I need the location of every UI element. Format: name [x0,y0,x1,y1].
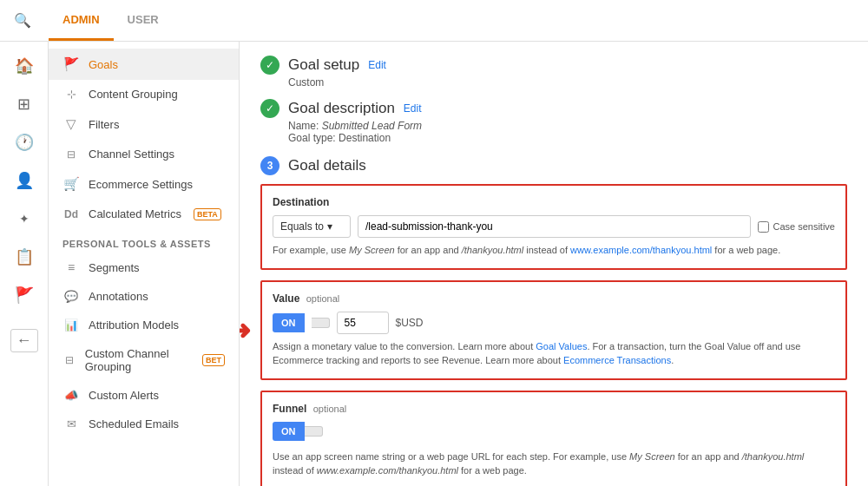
sidebar-segments-label: Segments [89,261,140,274]
search-icon[interactable]: 🔍 [14,12,31,29]
sidebar-item-channel-settings[interactable]: ⊟ Channel Settings [49,140,239,168]
goal-details-title: Goal details [288,157,366,174]
sidebar-custom-channel-grouping-label: Custom Channel Grouping [85,347,190,373]
type-label: Goal type: [288,132,336,144]
type-value: Destination [339,132,391,144]
sidebar-item-custom-channel-grouping[interactable]: ⊟ Custom Channel Grouping BET [49,339,239,381]
funnel-optional-label: optional [313,404,347,414]
beta-badge: BETA [194,208,221,220]
value-section-name: Value optional [273,292,835,305]
sidebar-item-attribution-models[interactable]: 📊 Attribution Models [49,311,239,339]
value-hint: Assign a monetary value to the conversio… [273,339,835,368]
custom-channel-grouping-icon: ⊟ [62,354,76,366]
goal-description-edit-link[interactable]: Edit [404,102,422,115]
tools-icon-btn[interactable]: ✦ [7,201,42,236]
sidebar-channel-settings-label: Channel Settings [89,148,174,161]
personal-tools-section-label: PERSONAL TOOLS & ASSETS [49,228,239,253]
value-optional-label: optional [306,293,340,304]
channel-settings-icon: ⊟ [62,148,80,161]
currency-label: $USD [396,317,424,329]
goal-description-title: Goal description [288,100,395,117]
custom-alerts-icon: 📣 [62,389,80,402]
funnel-section-name: Funnel optional [273,403,835,415]
admin-tab[interactable]: ADMIN [49,1,114,41]
goal-values-link[interactable]: Goal Values [536,341,587,351]
person-icon: 👤 [15,171,34,190]
sidebar-item-scheduled-emails[interactable]: ✉ Scheduled Emails [49,410,239,438]
goal-description-type: Goal type: Destination [288,132,847,144]
home-icon: 🏠 [15,56,34,76]
filters-icon: ▽ [62,116,80,132]
goal-setup-check: ✓ [260,56,279,75]
dashboard-icon-btn[interactable]: ⊞ [7,87,42,122]
bet-badge: BET [202,354,225,366]
sidebar-scheduled-emails-label: Scheduled Emails [89,417,179,430]
red-arrow-icon: ➜ [240,315,251,345]
goal-description-section: ✓ Goal description Edit Name: Submitted … [260,99,847,144]
value-toggle-on-button[interactable]: ON [273,313,305,332]
value-box: Value optional ON $USD Assign a monetary… [260,280,847,380]
dashboard-icon: ⊞ [17,95,30,114]
destination-url-input[interactable] [358,215,751,238]
user-tab[interactable]: USER [114,1,173,41]
report-icon-btn[interactable]: 📋 [7,240,42,274]
example-link[interactable]: www.example.com/thankyou.html [570,245,712,255]
sidebar-item-filters[interactable]: ▽ Filters [49,108,239,140]
equals-to-label: Equals to [280,220,324,233]
value-amount-input[interactable] [337,312,389,334]
value-toggle-off-part[interactable] [312,318,330,328]
clock-icon: 🕐 [15,133,34,152]
sidebar-goals-label: Goals [89,58,118,71]
clock-icon-btn[interactable]: 🕐 [7,125,42,160]
destination-hint: For example, use My Screen for an app an… [273,243,835,258]
ecommerce-transactions-link[interactable]: Ecommerce Transactions [563,355,671,365]
flag-icon-btn[interactable]: 🚩 [7,278,42,312]
sidebar-item-ecommerce-settings[interactable]: 🛒 Ecommerce Settings [49,168,239,200]
attribution-models-icon: 📊 [62,319,80,332]
value-section-wrapper: ➜ Value optional ON $USD Assign a moneta… [260,280,847,380]
annotations-icon: 💬 [62,290,80,303]
sidebar-item-custom-alerts[interactable]: 📣 Custom Alerts [49,381,239,410]
goal-setup-edit-link[interactable]: Edit [368,59,386,71]
funnel-hint: Use an app screen name string or a web p… [273,450,835,478]
goal-setup-section: ✓ Goal setup Edit Custom [260,56,847,89]
sidebar-content-grouping-label: Content Grouping [89,88,178,101]
case-sensitive-text: Case sensitive [773,221,835,232]
sidebar-item-segments[interactable]: ≡ Segments [49,253,239,282]
back-button[interactable]: ← [7,323,42,358]
goal-description-name: Name: Submitted Lead Form [288,120,847,132]
sidebar-ecommerce-settings-label: Ecommerce Settings [89,178,193,191]
sidebar-attribution-models-label: Attribution Models [89,319,179,332]
sidebar-item-annotations[interactable]: 💬 Annotations [49,282,239,311]
flag-icon: 🚩 [15,286,34,305]
sidebar-item-content-grouping[interactable]: ⊹ Content Grouping [49,80,239,108]
sidebar-item-calculated-metrics[interactable]: Dd Calculated Metrics BETA [49,200,239,228]
name-value: Submitted Lead Form [322,120,422,132]
person-icon-btn[interactable]: 👤 [7,163,42,198]
tools-icon: ✦ [19,212,30,226]
funnel-box: Funnel optional ON Use an app screen nam… [260,391,847,487]
report-icon: 📋 [15,247,34,266]
funnel-toggle-on-button[interactable]: ON [273,422,305,441]
equals-to-select[interactable]: Equals to ▾ [273,215,351,238]
sidebar-calculated-metrics-label: Calculated Metrics [89,207,181,220]
scheduled-emails-icon: ✉ [62,417,80,430]
chevron-down-icon: ▾ [327,220,332,233]
sidebar-item-goals[interactable]: 🚩 Goals [49,49,239,80]
value-row: ON $USD [273,312,835,334]
home-icon-btn[interactable]: 🏠 [7,49,42,83]
sidebar-annotations-label: Annotations [89,290,148,303]
case-sensitive-checkbox[interactable] [758,221,769,233]
back-icon: ← [10,329,38,352]
destination-row: Equals to ▾ Case sensitive [273,215,835,238]
name-label: Name: [288,120,319,132]
funnel-toggle-off-part[interactable] [305,426,323,437]
destination-section-name: Destination [273,196,835,208]
step3-circle: 3 [260,156,279,175]
destination-box: Destination Equals to ▾ Case sensitive F… [260,184,847,270]
goal-description-check: ✓ [260,99,279,118]
goal-setup-title: Goal setup [288,56,359,74]
sidebar-custom-alerts-label: Custom Alerts [89,389,159,402]
content-grouping-icon: ⊹ [62,88,80,101]
sidebar-filters-label: Filters [89,118,119,131]
